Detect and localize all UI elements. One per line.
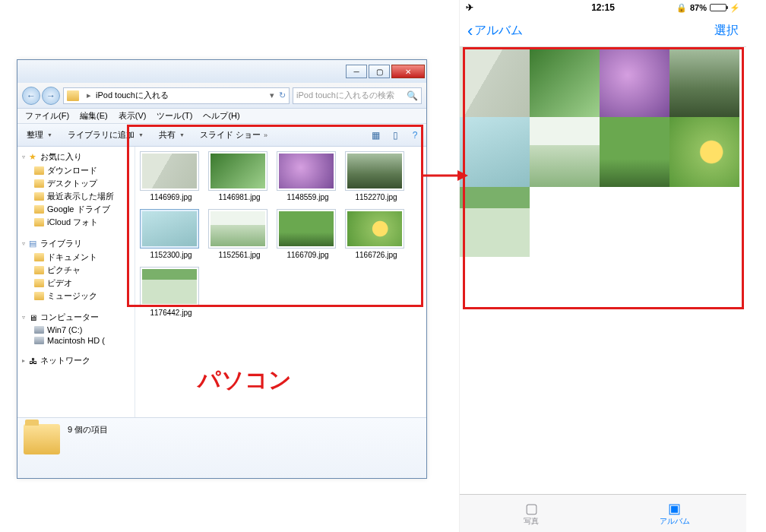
item-icon bbox=[34, 337, 44, 344]
item-icon bbox=[34, 166, 44, 175]
photo-cell[interactable] bbox=[460, 47, 530, 117]
ios-status-bar: ✈ 12:15 🔒 87% ⚡ bbox=[460, 0, 746, 15]
maximize-button[interactable]: ▢ bbox=[369, 65, 390, 78]
sidebar-favorites[interactable]: ▿★ お気に入り bbox=[17, 150, 135, 164]
file-thumbnail[interactable]: 1146969.jpg bbox=[140, 151, 202, 201]
photo-cell[interactable] bbox=[669, 47, 739, 117]
network-icon: 🖧 bbox=[27, 356, 38, 366]
sidebar-item[interactable]: デスクトップ bbox=[17, 177, 135, 190]
item-icon bbox=[34, 179, 44, 188]
photo-cell[interactable] bbox=[669, 117, 739, 187]
menu-help[interactable]: ヘルプ(H) bbox=[198, 110, 244, 122]
help-icon[interactable]: ? bbox=[408, 128, 422, 142]
back-button[interactable]: ‹ アルバム bbox=[467, 21, 523, 41]
slideshow-button[interactable]: スライド ショー» bbox=[195, 128, 272, 142]
history-dropdown[interactable]: ▾ bbox=[265, 90, 279, 100]
sidebar-item[interactable]: Macintosh HD ( bbox=[17, 335, 135, 346]
folder-icon bbox=[67, 90, 79, 101]
photo-grid bbox=[460, 47, 746, 257]
sidebar-item[interactable]: ドキュメント bbox=[17, 251, 135, 264]
item-icon bbox=[34, 279, 44, 287]
orientation-lock-icon: 🔒 bbox=[676, 3, 687, 13]
photo-cell[interactable] bbox=[530, 47, 600, 117]
photo-cell[interactable] bbox=[600, 117, 669, 187]
toolbar: 整理 ライブラリに追加 共有 スライド ショー» ▦ ▯ ? bbox=[17, 124, 426, 147]
caption-pc: パソコン bbox=[198, 365, 292, 396]
sidebar-item[interactable]: ミュージック bbox=[17, 290, 135, 302]
menu-edit[interactable]: 編集(E) bbox=[75, 110, 112, 122]
file-thumbnail[interactable]: 1146981.jpg bbox=[208, 151, 271, 201]
sidebar-item[interactable]: ダウンロード bbox=[17, 164, 135, 177]
share-button[interactable]: 共有 bbox=[154, 128, 189, 142]
menu-file[interactable]: ファイル(F) bbox=[21, 110, 74, 122]
windows-explorer: ─ ▢ ✕ ← → ▸ iPod touchに入れる ▾ ↻ iPod touc… bbox=[17, 59, 427, 479]
item-icon bbox=[34, 253, 44, 261]
tab-albums[interactable]: ▣ アルバム bbox=[603, 495, 747, 532]
minimize-button[interactable]: ─ bbox=[346, 65, 367, 78]
chevron-right-icon[interactable]: ▸ bbox=[82, 90, 96, 100]
item-icon bbox=[34, 218, 44, 226]
status-bar: 9 個の項目 bbox=[17, 417, 426, 478]
battery-percent: 87% bbox=[690, 3, 707, 12]
item-icon bbox=[34, 266, 44, 274]
preview-pane-icon[interactable]: ▯ bbox=[388, 128, 402, 142]
sidebar-computer[interactable]: ▿🖥 コンピューター bbox=[17, 310, 135, 325]
breadcrumb-text: iPod touchに入れる bbox=[96, 90, 169, 101]
item-icon bbox=[34, 192, 44, 201]
star-icon: ★ bbox=[27, 152, 38, 163]
ios-tab-bar: ▢ 写真 ▣ アルバム bbox=[460, 494, 746, 532]
file-thumbnail[interactable]: 1148559.jpg bbox=[277, 151, 339, 201]
search-input[interactable]: iPod touchに入れるの検索 🔍 bbox=[293, 87, 422, 104]
close-button[interactable]: ✕ bbox=[391, 65, 425, 78]
file-thumbnail[interactable]: 1152270.jpg bbox=[345, 151, 407, 201]
item-icon bbox=[34, 326, 44, 334]
breadcrumb[interactable]: ▸ iPod touchに入れる ▾ ↻ bbox=[63, 87, 290, 104]
nav-bar: ← → ▸ iPod touchに入れる ▾ ↻ iPod touchに入れるの… bbox=[17, 83, 426, 109]
file-thumbnail[interactable]: 1166726.jpg bbox=[345, 209, 407, 259]
sidebar-network[interactable]: ▸🖧 ネットワーク bbox=[17, 353, 135, 368]
sidebar-item[interactable]: Win7 (C:) bbox=[17, 325, 135, 335]
forward-button[interactable]: → bbox=[42, 87, 60, 105]
arrow-icon bbox=[423, 169, 468, 182]
organize-button[interactable]: 整理 bbox=[22, 128, 57, 142]
ios-nav-bar: ‹ アルバム 選択 bbox=[460, 15, 746, 47]
status-time: 12:15 bbox=[591, 2, 615, 13]
item-icon bbox=[34, 292, 44, 300]
airplane-mode-icon: ✈ bbox=[466, 2, 473, 13]
file-thumbnail[interactable]: 1166709.jpg bbox=[277, 209, 339, 259]
battery-icon bbox=[710, 4, 726, 11]
select-button[interactable]: 選択 bbox=[714, 23, 739, 39]
tab-photos[interactable]: ▢ 写真 bbox=[460, 495, 603, 532]
photo-cell[interactable] bbox=[530, 117, 600, 187]
refresh-icon[interactable]: ↻ bbox=[279, 90, 286, 100]
folder-icon bbox=[24, 424, 60, 454]
photo-cell[interactable] bbox=[460, 117, 530, 187]
search-placeholder: iPod touchに入れるの検索 bbox=[296, 90, 394, 101]
sidebar-item[interactable]: Google ドライブ bbox=[17, 203, 135, 216]
sidebar-item[interactable]: iCloud フォト bbox=[17, 216, 135, 229]
photos-icon: ▢ bbox=[522, 501, 540, 516]
file-thumbnail[interactable]: 1152300.jpg bbox=[140, 209, 202, 259]
computer-icon: 🖥 bbox=[27, 312, 38, 323]
photo-cell[interactable] bbox=[460, 187, 530, 257]
sidebar-item[interactable]: ビデオ bbox=[17, 277, 135, 290]
menu-tools[interactable]: ツール(T) bbox=[152, 110, 197, 122]
add-to-library-button[interactable]: ライブラリに追加 bbox=[63, 128, 148, 142]
sidebar-libraries[interactable]: ▿▤ ライブラリ bbox=[17, 236, 135, 251]
titlebar: ─ ▢ ✕ bbox=[17, 60, 426, 83]
chevron-left-icon: ‹ bbox=[467, 21, 473, 41]
view-options-icon[interactable]: ▦ bbox=[369, 128, 382, 142]
ipod-touch-screen: ✈ 12:15 🔒 87% ⚡ ‹ アルバム 選択 ▢ 写真 ▣ アルバム bbox=[459, 0, 746, 532]
back-button[interactable]: ← bbox=[22, 87, 40, 105]
file-thumbnail[interactable]: 1176442.jpg bbox=[140, 267, 202, 317]
menu-bar: ファイル(F) 編集(E) 表示(V) ツール(T) ヘルプ(H) bbox=[17, 109, 426, 124]
albums-icon: ▣ bbox=[666, 501, 684, 516]
file-thumbnail[interactable]: 1152561.jpg bbox=[208, 209, 271, 259]
svg-marker-1 bbox=[457, 170, 468, 181]
sidebar-item[interactable]: 最近表示した場所 bbox=[17, 190, 135, 203]
menu-view[interactable]: 表示(V) bbox=[114, 110, 151, 122]
sidebar-item[interactable]: ピクチャ bbox=[17, 264, 135, 277]
sidebar: ▿★ お気に入り ダウンロードデスクトップ最近表示した場所Google ドライブ… bbox=[17, 147, 135, 417]
photo-cell[interactable] bbox=[600, 47, 669, 117]
search-icon: 🔍 bbox=[407, 90, 418, 101]
